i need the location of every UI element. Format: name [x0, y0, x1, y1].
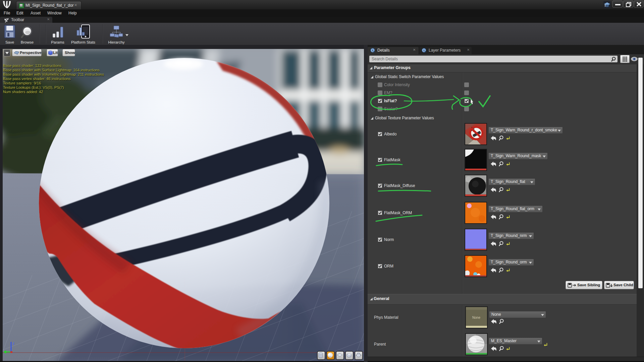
svg-text:z: z: [13, 341, 15, 345]
svg-text:None: None: [472, 316, 480, 319]
